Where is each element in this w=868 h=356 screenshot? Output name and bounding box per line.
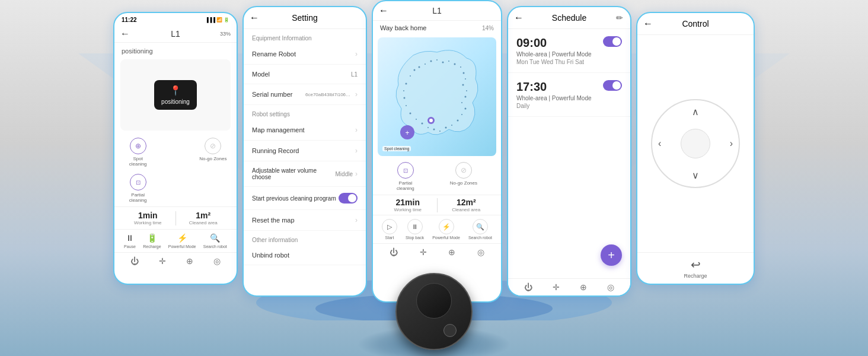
serial-row[interactable]: Serial number 6ce70aB43lbl7i1061zm-h › — [244, 84, 366, 105]
nav-move[interactable]: ✛ — [159, 256, 166, 266]
tooltip-text: positioning — [161, 98, 190, 105]
controls-row: ⏸ Pause 🔋 Recharge ⚡ Powerful Mode 🔍 Sea… — [114, 230, 237, 252]
pause-control[interactable]: ⏸ Pause — [124, 233, 136, 249]
running-record-row[interactable]: Running Record › — [244, 141, 366, 161]
robot-button — [443, 324, 457, 337]
no-go-map-label: No-go Zones — [450, 180, 477, 186]
schedule-nav-move[interactable]: ✛ — [553, 282, 560, 292]
rename-robot-row[interactable]: Rename Robot › — [244, 44, 366, 65]
nav-add[interactable]: ⊕ — [186, 256, 193, 266]
running-chevron: › — [355, 147, 358, 155]
powerful-mode-control[interactable]: ⚡ Powerful Mode — [168, 233, 196, 249]
schedule-nav-power[interactable]: ⏻ — [524, 282, 532, 292]
map-nav-settings[interactable]: ◎ — [477, 247, 484, 257]
dpad-down-arrow[interactable]: ∨ — [692, 170, 699, 181]
nav-settings[interactable]: ◎ — [213, 256, 221, 266]
positioning-tooltip: 📍 positioning — [154, 80, 197, 110]
way-back-home-label: Way back home — [380, 24, 426, 31]
map-cleaned-area-label: Cleaned area — [438, 207, 496, 212]
recharge-control[interactable]: 🔋 Recharge — [143, 233, 161, 249]
no-go-icon: ⊘ — [205, 138, 221, 154]
schedule-back[interactable]: ← — [514, 12, 524, 23]
edit-icon[interactable]: ✏ — [616, 13, 623, 23]
dpad-center[interactable] — [681, 129, 710, 158]
powerful-mode-map-label: Powerful Mode — [432, 236, 460, 240]
screen-5: ← Control ∧ ‹ › ∨ ↩ Recharge — [636, 12, 755, 285]
map-svg: + — [378, 37, 496, 156]
tooltip-icon: 📍 — [161, 85, 190, 96]
water-volume-row[interactable]: Adjustable water volume choose Middle › — [244, 161, 366, 187]
water-volume-label: Adjustable water volume choose — [252, 167, 336, 180]
screen-4: ← Schedule ✏ 09:00 Whole-area | Powerful… — [507, 6, 631, 297]
svg-point-30 — [439, 131, 441, 132]
powerful-mode-icon: ⚡ — [177, 233, 187, 243]
screen-3: ← L1 Way back home 14% — [372, 0, 502, 303]
settings-back[interactable]: ← — [250, 12, 259, 23]
stats-row: 1min Working time 1m² Cleaned area — [114, 206, 237, 230]
map-nav-power[interactable]: ⏻ — [390, 247, 398, 257]
powerful-mode-map-btn[interactable]: ⚡ Powerful Mode — [432, 219, 460, 240]
time: 11:22 — [122, 17, 137, 23]
partial-cleaning-map-icon: ⊡ — [397, 162, 414, 179]
rename-robot-right: › — [355, 50, 358, 58]
svg-point-25 — [465, 108, 467, 110]
map-back[interactable]: ← — [379, 5, 388, 16]
map-management-right: › — [355, 126, 358, 134]
schedule-nav-add[interactable]: ⊕ — [580, 282, 587, 292]
map-working-time: 21min Working time — [379, 198, 437, 212]
spot-cleaning-label: Spotcleaning — [129, 156, 147, 167]
control-recharge[interactable]: ↩ Recharge — [637, 252, 754, 284]
map-management-row[interactable]: Map management › — [244, 120, 366, 141]
schedule-1-toggle[interactable] — [603, 36, 622, 47]
no-go-zones-map[interactable]: ⊘ No-go Zones — [450, 162, 477, 191]
search-robot-control[interactable]: 🔍 Search robot — [203, 233, 227, 249]
robot-map: + Spot cleaning — [378, 37, 496, 156]
svg-point-13 — [430, 61, 432, 62]
settings-header: ← Setting — [244, 7, 366, 29]
svg-point-40 — [410, 75, 411, 77]
no-go-zones-action[interactable]: ⊘ No-go Zones — [196, 138, 231, 167]
stop-back-btn[interactable]: ⏸ Stop back — [406, 219, 424, 240]
nav-power[interactable]: ⏻ — [130, 256, 139, 266]
recharge-icon: 🔋 — [147, 233, 157, 243]
svg-point-38 — [403, 90, 404, 91]
search-robot-map-btn[interactable]: 🔍 Search robot — [468, 219, 492, 240]
schedule-2-mode: Whole-area | Powerful Mode — [516, 95, 592, 101]
control-back[interactable]: ← — [643, 18, 653, 29]
other-info-section: Other information — [244, 231, 366, 246]
dpad-right-arrow[interactable]: › — [730, 138, 733, 149]
partial-cleaning-action[interactable]: ⊡ Partialcleaning — [120, 174, 155, 203]
schedule-2-toggle[interactable] — [603, 80, 622, 91]
add-schedule-fab[interactable]: + — [601, 244, 622, 266]
control-header: ← Control — [637, 13, 754, 35]
start-btn[interactable]: ▷ Start — [382, 219, 397, 240]
previous-cleaning-row[interactable]: Start previous cleaning program — [244, 187, 366, 210]
schedule-nav-settings[interactable]: ◎ — [607, 282, 614, 292]
map-nav-add[interactable]: ⊕ — [448, 247, 455, 257]
partial-cleaning-map[interactable]: ⊡ Partialcleaning — [397, 162, 414, 191]
spot-cleaning-overlay: Spot cleaning — [382, 146, 411, 151]
search-robot-icon: 🔍 — [210, 233, 220, 243]
map-nav-move[interactable]: ✛ — [420, 247, 427, 257]
reset-chevron: › — [355, 216, 358, 224]
schedule-nav: ⏻ ✛ ⊕ ◎ — [508, 278, 630, 295]
working-time-value: 1min — [120, 211, 175, 220]
back-button[interactable]: ← — [120, 28, 130, 39]
svg-point-24 — [461, 102, 462, 103]
dpad-left-arrow[interactable]: ‹ — [658, 138, 661, 149]
map-management-label: Map management — [252, 126, 305, 134]
map-battery: 14% — [482, 25, 494, 31]
dpad-up-arrow[interactable]: ∧ — [692, 106, 699, 117]
reset-map-row[interactable]: Reset the map › — [244, 210, 366, 231]
robot-top — [416, 283, 452, 319]
previous-cleaning-toggle[interactable] — [339, 193, 358, 204]
s1-device-name: L1 — [171, 29, 180, 39]
svg-text:+: + — [405, 129, 409, 137]
partial-cleaning-map-label: Partialcleaning — [397, 180, 414, 191]
search-robot-label: Search robot — [203, 244, 227, 249]
svg-point-14 — [436, 59, 438, 61]
model-row[interactable]: Model L1 — [244, 65, 366, 84]
spot-cleaning-action[interactable]: ⊕ Spotcleaning — [120, 138, 155, 167]
working-time-label: Working time — [120, 220, 175, 225]
svg-point-31 — [433, 129, 435, 131]
